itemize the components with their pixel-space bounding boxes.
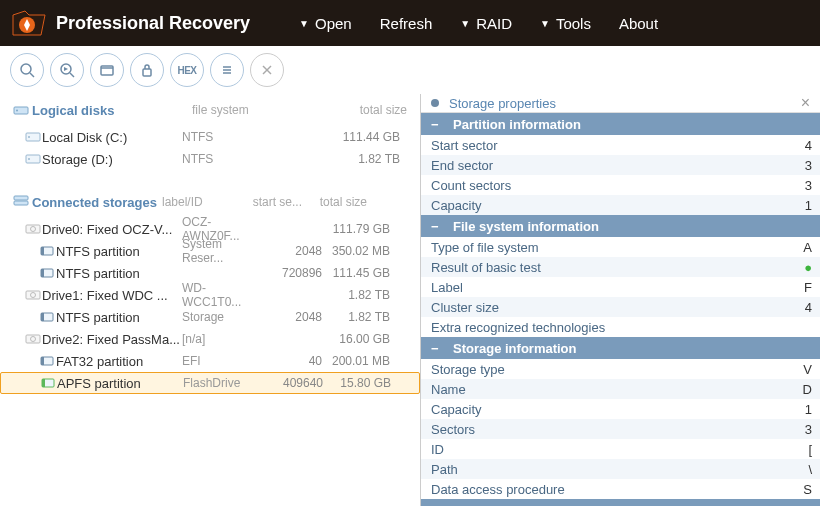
partition-row[interactable]: FAT32 partitionEFI40200.01 MB [0, 350, 420, 372]
property-value: [ [790, 442, 820, 457]
partition-label: Storage [182, 310, 262, 324]
partition-size: 350.02 MB [322, 244, 390, 258]
section-header[interactable]: −Storage geometry [421, 499, 820, 506]
property-value: ● [790, 260, 820, 275]
drive-size: 16.00 GB [322, 332, 390, 346]
section-header[interactable]: −Storage information [421, 337, 820, 359]
partition-start-sector: 409640 [263, 376, 323, 390]
property-row: Count sectors3 [421, 175, 820, 195]
property-row: Result of basic test● [421, 257, 820, 277]
property-value: \ [790, 462, 820, 477]
collapse-icon: − [431, 341, 441, 356]
svg-point-15 [28, 136, 30, 138]
section-header[interactable]: −File system information [421, 215, 820, 237]
svg-rect-25 [41, 269, 44, 277]
disk-size: 1.82 TB [332, 152, 400, 166]
app-logo [10, 8, 50, 38]
svg-rect-18 [14, 196, 28, 200]
bullet-icon [431, 99, 439, 107]
property-label: End sector [421, 158, 790, 173]
partition-start-sector: 720896 [262, 266, 322, 280]
property-label: Cluster size [421, 300, 790, 315]
partition-icon [39, 377, 57, 389]
toolbar-list-icon[interactable] [210, 53, 244, 87]
drive-name: Drive1: Fixed WDC ... [42, 288, 182, 303]
group-connected-storages[interactable]: Connected storages label/ID start se... … [0, 186, 420, 218]
property-value: 3 [790, 178, 820, 193]
partition-name: NTFS partition [56, 266, 182, 281]
partition-start-sector: 40 [262, 354, 322, 368]
section-title: File system information [453, 219, 599, 234]
property-label: Sectors [421, 422, 790, 437]
toolbar-decrypt-icon[interactable] [130, 53, 164, 87]
partition-row[interactable]: NTFS partitionSystem Reser...2048350.02 … [0, 240, 420, 262]
property-row: Start sector4 [421, 135, 820, 155]
caret-down-icon: ▼ [460, 18, 470, 29]
partition-row[interactable]: APFS partitionFlashDrive40964015.80 GB [0, 372, 420, 394]
disk-name: Storage (D:) [42, 152, 182, 167]
property-value: 4 [790, 138, 820, 153]
partition-size: 15.80 GB [323, 376, 391, 390]
toolbar-scan-icon[interactable] [10, 53, 44, 87]
property-label: Name [421, 382, 790, 397]
property-row: Data access procedureS [421, 479, 820, 499]
svg-point-17 [28, 158, 30, 160]
partition-size: 200.01 MB [322, 354, 390, 368]
property-value: 3 [790, 158, 820, 173]
drive-label: [n/a] [182, 332, 262, 346]
partition-label: System Reser... [182, 237, 262, 265]
drive-name: Drive2: Fixed PassMa... [42, 332, 182, 347]
property-row: End sector3 [421, 155, 820, 175]
property-value: 4 [790, 300, 820, 315]
properties-panel: Storage properties × −Partition informat… [420, 94, 820, 506]
partition-icon [38, 267, 56, 279]
disk-name: Local Disk (C:) [42, 130, 182, 145]
property-row: NameD [421, 379, 820, 399]
collapse-icon: − [431, 117, 441, 132]
property-row: ID[ [421, 439, 820, 459]
close-icon[interactable]: × [801, 94, 810, 112]
property-row: Path\ [421, 459, 820, 479]
property-value: 3 [790, 422, 820, 437]
property-label: Storage type [421, 362, 790, 377]
panel-header: Storage properties × [421, 94, 820, 113]
logical-disk-row[interactable]: Storage (D:)NTFS1.82 TB [0, 148, 420, 170]
svg-rect-29 [41, 313, 44, 321]
toolbar-resume-scan-icon[interactable] [50, 53, 84, 87]
disk-icon [24, 154, 42, 164]
caret-down-icon: ▼ [299, 18, 309, 29]
property-label: Path [421, 462, 790, 477]
svg-line-4 [70, 73, 74, 77]
menu-about[interactable]: About [605, 0, 672, 46]
toolbar: HEX [0, 46, 820, 94]
toolbar-hex-icon[interactable]: HEX [170, 53, 204, 87]
property-value: S [790, 482, 820, 497]
partition-row[interactable]: NTFS partitionStorage20481.82 TB [0, 306, 420, 328]
partition-icon [38, 355, 56, 367]
drive-label: WD-WCC1T0... [182, 281, 262, 309]
toolbar-save-icon[interactable] [90, 53, 124, 87]
section-header[interactable]: −Partition information [421, 113, 820, 135]
drive-icon [10, 104, 32, 116]
logical-disk-row[interactable]: Local Disk (C:)NTFS111.44 GB [0, 126, 420, 148]
menu-raid[interactable]: ▼RAID [446, 0, 526, 46]
drive-row[interactable]: Drive2: Fixed PassMa...[n/a]16.00 GB [0, 328, 420, 350]
collapse-icon: − [431, 219, 441, 234]
property-label: Result of basic test [421, 260, 790, 275]
property-value: F [790, 280, 820, 295]
toolbar-close-icon [250, 53, 284, 87]
property-label: ID [421, 442, 790, 457]
property-label: Type of file system [421, 240, 790, 255]
group-logical-disks[interactable]: Logical disks file system total size [0, 94, 420, 126]
menu-open[interactable]: ▼Open [285, 0, 366, 46]
storage-tree: Logical disks file system total size Loc… [0, 94, 420, 506]
property-row: Sectors3 [421, 419, 820, 439]
svg-rect-35 [42, 379, 45, 387]
section-title: Storage information [453, 341, 577, 356]
menu-refresh[interactable]: Refresh [366, 0, 447, 46]
svg-point-13 [16, 110, 18, 112]
partition-label: FlashDrive [183, 376, 263, 390]
menu-tools[interactable]: ▼Tools [526, 0, 605, 46]
drive-row[interactable]: Drive1: Fixed WDC ...WD-WCC1T0...1.82 TB [0, 284, 420, 306]
disk-fs: NTFS [182, 152, 277, 166]
